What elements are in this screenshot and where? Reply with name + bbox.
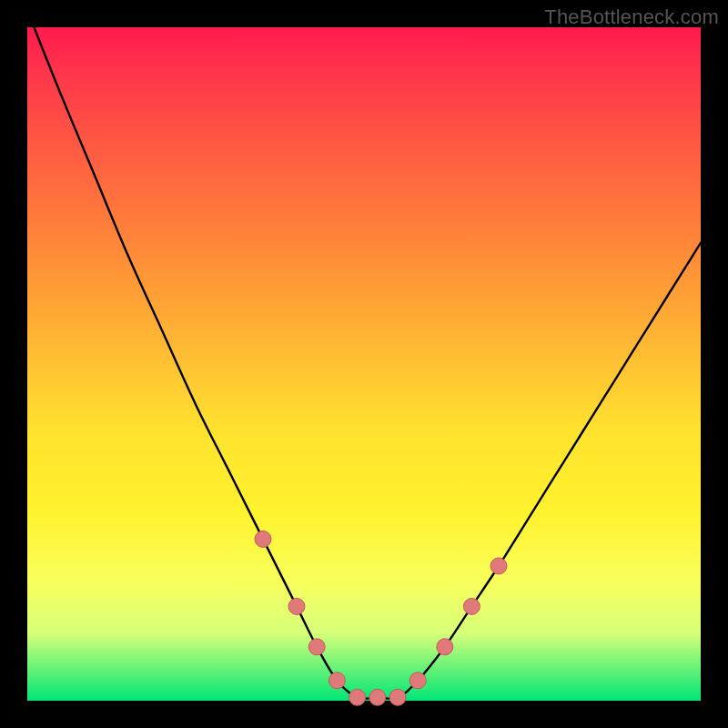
bead-marker: [463, 598, 480, 614]
bead-marker: [389, 689, 406, 705]
chart-frame: TheBottleneck.com: [0, 0, 728, 728]
bottleneck-curve: [34, 27, 701, 699]
bead-marker: [329, 672, 345, 689]
bead-group: [255, 531, 507, 705]
bead-marker: [369, 689, 386, 705]
bead-marker: [437, 639, 453, 655]
bead-marker: [410, 672, 426, 689]
bead-marker: [255, 531, 271, 547]
bead-marker: [288, 598, 305, 614]
bead-marker: [490, 558, 507, 574]
bead-marker: [308, 639, 325, 655]
plot-area: [27, 27, 701, 701]
curve-layer: [27, 27, 701, 701]
bead-marker: [349, 689, 366, 705]
watermark-text: TheBottleneck.com: [544, 5, 719, 29]
